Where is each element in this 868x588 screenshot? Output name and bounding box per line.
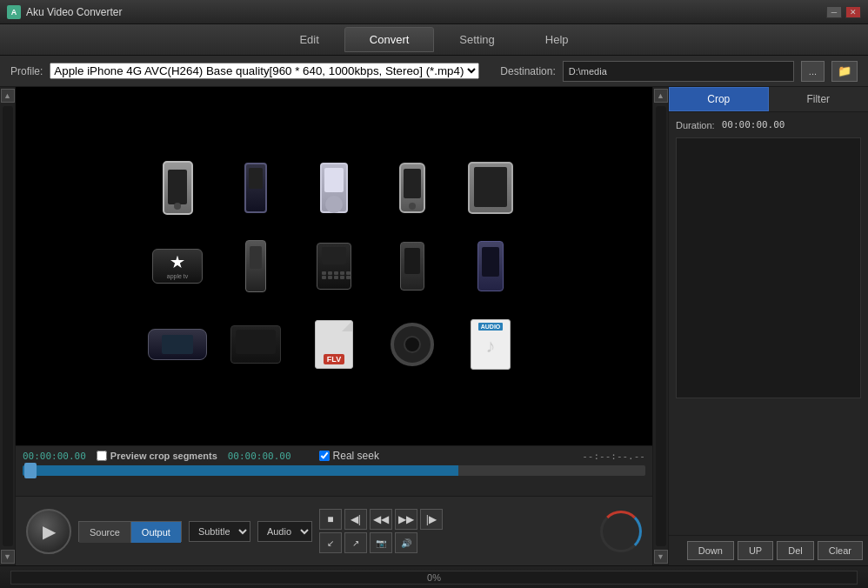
- device-audio: AUDIO ♪: [456, 310, 525, 379]
- app-icon: A: [7, 5, 21, 19]
- left-scrollbar: ▲ ▼: [0, 87, 16, 565]
- main-content: ▲ ▼: [0, 87, 868, 565]
- window-controls: ─ ✕: [826, 6, 861, 18]
- subtitle-select[interactable]: Subtitle: [189, 521, 250, 542]
- scroll-track-left: [3, 106, 13, 546]
- duration-label: Duration:: [676, 120, 715, 130]
- end-time: 00:00:00.00: [228, 451, 291, 462]
- real-seek-label: Real seek: [333, 450, 379, 462]
- scroll-up-right[interactable]: ▲: [654, 89, 668, 103]
- browse-button[interactable]: ...: [801, 61, 825, 82]
- duration-row: Duration: 00:00:00.00: [676, 119, 861, 130]
- source-output-toggle: Source Output: [78, 521, 182, 542]
- device-phone-flat: [377, 231, 447, 301]
- profile-select[interactable]: Apple iPhone 4G AVC(H264) Base quality[9…: [50, 63, 479, 79]
- minimize-button[interactable]: ─: [826, 6, 842, 18]
- scroll-track-right: [656, 106, 666, 546]
- right-bottom-actions: Down UP Del Clear: [669, 535, 868, 565]
- progress-text: 0%: [427, 572, 441, 583]
- audio-select[interactable]: Audio: [257, 521, 312, 542]
- progress-bar-container: 0%: [10, 571, 858, 585]
- device-iphone: [143, 153, 212, 223]
- device-grid: apple tv: [125, 136, 543, 397]
- destination-path[interactable]: [563, 61, 794, 82]
- timeline-controls: 00:00:00.00 Preview crop segments 00:00:…: [23, 450, 645, 462]
- stop-button[interactable]: ■: [319, 509, 342, 530]
- output-button[interactable]: Output: [131, 522, 181, 543]
- rewind-button[interactable]: ◀◀: [370, 509, 392, 530]
- crop-tab[interactable]: Crop: [669, 87, 769, 111]
- device-ipod: [221, 153, 290, 223]
- del-button[interactable]: Del: [777, 541, 814, 560]
- device-blackberry: [299, 231, 369, 301]
- controls-area: ▶ Source Output Subtitle Audio ■ ◀| ◀◀ ▶…: [16, 496, 652, 565]
- scroll-down-right[interactable]: ▼: [654, 550, 668, 564]
- convert-spinner: [600, 511, 642, 552]
- down-button[interactable]: Down: [687, 541, 734, 560]
- mark-out-button[interactable]: ↗: [344, 532, 367, 553]
- device-flv: FLV: [299, 310, 369, 379]
- step-forward-button[interactable]: |▶: [420, 509, 443, 530]
- mark-in-button[interactable]: ↙: [319, 532, 342, 553]
- device-ps3: [221, 310, 290, 379]
- real-seek-container: Real seek: [319, 450, 379, 462]
- crop-filter-tabs: Crop Filter: [669, 87, 868, 112]
- timeline-area: 00:00:00.00 Preview crop segments 00:00:…: [16, 445, 652, 496]
- video-area: apple tv: [16, 87, 652, 565]
- destination-label: Destination:: [500, 65, 555, 77]
- volume-button[interactable]: 🔊: [395, 532, 417, 553]
- device-psp: [143, 310, 212, 379]
- profile-bar: Profile: Apple iPhone 4G AVC(H264) Base …: [0, 56, 868, 87]
- status-bar: 0%: [0, 565, 868, 588]
- source-button[interactable]: Source: [79, 522, 131, 543]
- preview-crop-checkbox[interactable]: [97, 451, 107, 461]
- crop-preview-area: [676, 137, 861, 398]
- scroll-down-arrow[interactable]: ▼: [1, 550, 15, 564]
- device-film: [377, 310, 447, 379]
- up-button[interactable]: UP: [738, 541, 773, 560]
- timeline-handle[interactable]: [24, 463, 37, 478]
- preview-crop-label: Preview crop segments: [110, 451, 217, 461]
- fast-forward-button[interactable]: ▶▶: [395, 509, 417, 530]
- app-title: Aku Video Converter: [26, 6, 826, 18]
- tab-help[interactable]: Help: [520, 27, 594, 52]
- tab-setting[interactable]: Setting: [434, 27, 519, 52]
- tab-convert[interactable]: Convert: [344, 27, 435, 52]
- right-panel: Crop Filter Duration: 00:00:00.00 Down U…: [668, 87, 868, 565]
- real-seek-checkbox[interactable]: [319, 451, 330, 461]
- snapshot-button[interactable]: 📷: [370, 532, 392, 553]
- preview-check-container: Preview crop segments: [97, 451, 217, 461]
- title-bar: A Aku Video Converter ─ ✕: [0, 0, 868, 24]
- play-button[interactable]: ▶: [26, 509, 71, 554]
- folder-button[interactable]: 📁: [831, 61, 858, 82]
- crop-panel: Duration: 00:00:00.00: [669, 112, 868, 535]
- profile-label: Profile:: [10, 65, 43, 77]
- device-ipod-classic: [299, 153, 369, 223]
- start-time: 00:00:00.00: [23, 451, 86, 462]
- device-ipod-touch: [377, 153, 447, 223]
- menu-bar: Edit Convert Setting Help: [0, 24, 868, 56]
- clear-button[interactable]: Clear: [818, 541, 863, 560]
- tab-edit[interactable]: Edit: [274, 27, 344, 52]
- step-back-button[interactable]: ◀|: [344, 509, 367, 530]
- device-smartphone: [456, 231, 525, 301]
- time-marker: --:--:--.--: [582, 451, 645, 462]
- transport-buttons: ■ ◀| ◀◀ ▶▶ |▶ ↙ ↗ 📷 🔊: [319, 509, 458, 553]
- right-scrollbar: ▲ ▼: [652, 87, 668, 565]
- scroll-up-arrow[interactable]: ▲: [1, 89, 15, 103]
- device-apple-tv: apple tv: [143, 231, 212, 301]
- timeline-slider[interactable]: [23, 465, 645, 476]
- filter-tab[interactable]: Filter: [769, 87, 869, 111]
- device-ipad: [456, 153, 525, 223]
- video-preview: apple tv: [16, 87, 652, 445]
- device-phone-slim: [221, 231, 290, 301]
- close-button[interactable]: ✕: [845, 6, 861, 18]
- duration-value: 00:00:00.00: [722, 119, 785, 130]
